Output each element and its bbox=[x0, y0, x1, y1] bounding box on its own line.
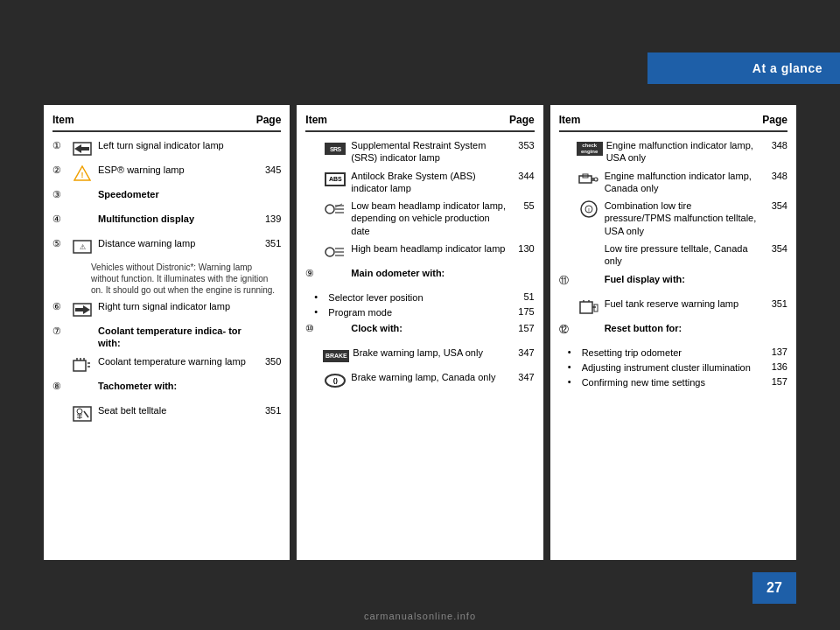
main-content: Item Page ① Left turn signal indicator l… bbox=[44, 105, 796, 560]
svg-marker-1 bbox=[74, 144, 81, 153]
row-program-mode: • Program mode 175 bbox=[314, 306, 534, 318]
row-speedometer: ③ Speedometer bbox=[52, 188, 281, 207]
col1-page-header: Page bbox=[256, 114, 282, 126]
distance-warning-subtext: Vehicles without Distronic*: Warning lam… bbox=[91, 262, 281, 296]
row-engine-usa: checkengine Engine malfunction indicator… bbox=[559, 139, 788, 164]
speedometer-text: Speedometer bbox=[98, 188, 253, 200]
tire-usa-text: Combination low tire pressure/TPMS malfu… bbox=[605, 200, 760, 237]
fuel-header-text: Fuel display with: bbox=[605, 273, 760, 285]
selector-lever-page: 51 bbox=[510, 291, 535, 302]
svg-point-27 bbox=[326, 248, 334, 256]
right-turn-icon bbox=[70, 300, 94, 319]
row-esp: ② ! ESP® warning lamp 345 bbox=[52, 164, 281, 183]
row-highbeam: High beam headlamp indicator lamp 130 bbox=[305, 242, 534, 262]
coolant-lamp-text: Coolant temperature warning lamp bbox=[98, 355, 253, 368]
engine-usa-text: Engine malfunction indicator lamp, USA o… bbox=[606, 139, 760, 164]
svg-rect-10 bbox=[74, 360, 86, 371]
row-tachometer: ⑧ Tachometer with: bbox=[52, 380, 281, 399]
lowbeam-icon bbox=[323, 200, 347, 219]
row-distance-warning: ⑤ ⚠ Distance warning lamp 351 bbox=[52, 237, 281, 256]
fuel-lamp-icon bbox=[577, 298, 601, 317]
row-engine-canada: Engine malfunction indicator lamp, Canad… bbox=[559, 170, 788, 195]
col1-item-header: Item bbox=[52, 114, 74, 126]
col3-header: Item Page bbox=[559, 114, 788, 132]
distance-warning-text: Distance warning lamp bbox=[98, 237, 253, 249]
multifunction-icon bbox=[70, 213, 94, 232]
svg-line-21 bbox=[84, 411, 88, 417]
tire-canada-icon bbox=[577, 242, 601, 262]
brake-usa-icon: BRAKE bbox=[323, 346, 349, 366]
esp-text: ESP® warning lamp bbox=[98, 164, 253, 176]
clock-icon bbox=[323, 322, 347, 341]
reset-header-text: Reset button for: bbox=[605, 322, 760, 334]
abs-icon: ABS bbox=[323, 170, 347, 189]
reset-time-page: 157 bbox=[763, 376, 788, 387]
highbeam-icon bbox=[323, 242, 347, 262]
row-multifunction: ④ Multifunction display 139 bbox=[52, 213, 281, 232]
col1-header: Item Page bbox=[52, 114, 281, 132]
left-turn-icon bbox=[70, 139, 94, 158]
row-reset-illum: • Adjusting instrument cluster illuminat… bbox=[568, 361, 788, 374]
tachometer-text: Tachometer with: bbox=[98, 380, 253, 392]
row-tire-usa: ! Combination low tire pressure/TPMS mal… bbox=[559, 200, 788, 237]
svg-point-35 bbox=[594, 178, 598, 181]
svg-text:!: ! bbox=[588, 207, 590, 214]
col3-item-header: Item bbox=[559, 114, 581, 126]
row-fuel-header: ⑪ Fuel display with: bbox=[559, 273, 788, 292]
left-turn-text: Left turn signal indicator lamp bbox=[98, 139, 253, 151]
highbeam-text: High beam headlamp indicator lamp bbox=[351, 242, 506, 255]
brake-usa-text: Brake warning lamp, USA only bbox=[353, 346, 506, 359]
seatbelt-icon bbox=[70, 404, 94, 424]
col2-page-header: Page bbox=[509, 114, 535, 126]
header-bar: At a glance bbox=[648, 52, 840, 84]
right-turn-text: Right turn signal indicator lamp bbox=[98, 300, 253, 312]
svg-rect-31 bbox=[579, 176, 592, 183]
engine-canada-icon bbox=[577, 170, 601, 189]
svg-text:⚠: ⚠ bbox=[80, 243, 86, 251]
speedometer-icon bbox=[70, 188, 94, 207]
row-selector-lever: • Selector lever position 51 bbox=[314, 291, 534, 304]
multifunction-text: Multifunction display bbox=[98, 213, 253, 225]
tire-usa-icon: ! bbox=[577, 200, 601, 219]
row-tire-canada: Low tire pressure telltale, Canada only … bbox=[559, 242, 788, 268]
row-reset-trip: • Resetting trip odometer 137 bbox=[568, 346, 788, 359]
abs-text: Antilock Brake System (ABS) indicator la… bbox=[351, 170, 506, 195]
brake-canada-icon: () bbox=[323, 371, 347, 390]
tachometer-icon bbox=[70, 380, 94, 399]
svg-text:!: ! bbox=[81, 171, 84, 179]
column-2: Item Page SRS Supplemental Restraint Sys… bbox=[297, 105, 542, 560]
reset-illum-page: 136 bbox=[763, 361, 788, 372]
reset-illum-text: Adjusting instrument cluster illuminatio… bbox=[582, 361, 760, 374]
coolant-lamp-icon bbox=[70, 355, 94, 374]
watermark: carmanualsonline.info bbox=[364, 611, 476, 621]
row-right-turn: ⑥ Right turn signal indicator lamp bbox=[52, 300, 281, 319]
reset-trip-text: Resetting trip odometer bbox=[582, 346, 760, 359]
row-seatbelt: Seat belt telltale 351 bbox=[52, 404, 281, 424]
row-coolant-lamp: Coolant temperature warning lamp 350 bbox=[52, 355, 281, 374]
seatbelt-text: Seat belt telltale bbox=[98, 404, 253, 416]
coolant-header-text: Coolant temperature indica- tor with: bbox=[98, 325, 253, 350]
svg-point-17 bbox=[77, 409, 82, 414]
selector-lever-text: Selector lever position bbox=[328, 291, 506, 304]
odometer-text: Main odometer with: bbox=[351, 267, 506, 279]
brake-canada-text: Brake warning lamp, Canada only bbox=[351, 371, 506, 383]
svg-point-22 bbox=[326, 205, 334, 214]
engine-usa-icon: checkengine bbox=[577, 139, 603, 158]
row-odometer: ⑨ Main odometer with: bbox=[305, 267, 534, 286]
row-srs: SRS Supplemental Restraint System (SRS) … bbox=[305, 139, 534, 164]
svg-rect-2 bbox=[81, 147, 89, 150]
clock-text: Clock with: bbox=[351, 322, 506, 334]
column-3: Item Page checkengine Engine malfunction… bbox=[550, 105, 796, 560]
row-reset-header: ⑫ Reset button for: bbox=[559, 322, 788, 341]
row-reset-time: • Confirming new time settings 157 bbox=[568, 376, 788, 388]
program-mode-text: Program mode bbox=[328, 306, 506, 318]
distance-warning-icon: ⚠ bbox=[70, 237, 94, 256]
reset-time-text: Confirming new time settings bbox=[582, 376, 760, 388]
svg-marker-8 bbox=[83, 305, 90, 314]
row-lowbeam: Low beam headlamp indicator lamp, depend… bbox=[305, 200, 534, 237]
row-brake-usa: BRAKE Brake warning lamp, USA only 347 bbox=[305, 346, 534, 366]
reset-trip-page: 137 bbox=[763, 346, 788, 357]
tire-canada-text: Low tire pressure telltale, Canada only bbox=[605, 242, 760, 268]
program-mode-page: 175 bbox=[510, 306, 535, 317]
srs-text: Supplemental Restraint System (SRS) indi… bbox=[351, 139, 506, 164]
